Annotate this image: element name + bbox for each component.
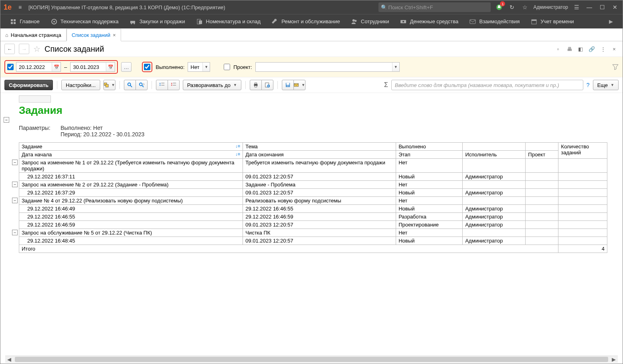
period-checkbox[interactable] bbox=[7, 64, 14, 70]
link-icon[interactable]: 🔗 bbox=[587, 44, 596, 53]
toolbar: Сформировать Настройки... ▼ Разворачиват… bbox=[0, 77, 623, 93]
done-dropdown-icon[interactable]: ▼ bbox=[202, 63, 210, 71]
more-button[interactable]: Еще▼ bbox=[593, 80, 619, 90]
expand-groups-button[interactable] bbox=[168, 80, 180, 90]
save-icon[interactable]: ▫ bbox=[554, 44, 562, 53]
user-label[interactable]: Администратор bbox=[533, 4, 568, 10]
group-task[interactable]: −Запрос на изменение № 1 от 29.12.22 (Тр… bbox=[19, 159, 243, 173]
group-task[interactable]: −Запрос на изменение № 2 от 29.12.22 (За… bbox=[19, 181, 243, 189]
group-done: Нет bbox=[396, 159, 463, 173]
svg-point-13 bbox=[355, 20, 357, 22]
scroll-left-icon[interactable]: ◀ bbox=[5, 356, 13, 363]
nav-interactions[interactable]: Взаимодействия bbox=[464, 14, 525, 29]
done-value-input[interactable] bbox=[188, 63, 202, 71]
new-window-icon[interactable]: ◧ bbox=[576, 44, 585, 53]
collapse-groups-button[interactable] bbox=[156, 80, 168, 90]
filter-funnel-icon[interactable] bbox=[612, 64, 619, 70]
col-end[interactable]: Дата окончания bbox=[243, 151, 396, 159]
project-checkbox[interactable] bbox=[224, 64, 230, 70]
sigma-icon[interactable]: Σ bbox=[384, 81, 388, 89]
calendar-from-icon[interactable]: 📅 bbox=[52, 63, 61, 71]
close-page-icon[interactable]: × bbox=[610, 44, 619, 53]
tree-toggle-root[interactable]: − bbox=[4, 117, 9, 123]
hamburger-icon[interactable]: ≡ bbox=[16, 3, 24, 12]
col-project[interactable]: Проект bbox=[526, 151, 558, 159]
tree-toggle-icon[interactable]: − bbox=[12, 182, 18, 187]
calendar-to-icon[interactable]: 📅 bbox=[106, 63, 115, 71]
find-back-button[interactable] bbox=[136, 80, 148, 90]
row-stage: Разработка bbox=[396, 213, 463, 221]
tree-toggle-icon[interactable]: − bbox=[12, 230, 18, 235]
group-done: Нет bbox=[396, 181, 463, 189]
settings-button[interactable]: Настройки... bbox=[61, 80, 100, 90]
report-area[interactable]: − Задания Параметры: Выполнено: Нет Пери… bbox=[0, 93, 623, 356]
favorite-star-icon[interactable]: ☆ bbox=[33, 44, 40, 54]
group-done: Нет bbox=[396, 229, 463, 237]
row-end: 09.01.2023 12:20:57 bbox=[243, 189, 396, 197]
save-report-button[interactable] bbox=[282, 80, 294, 90]
tree-toggle-icon[interactable]: − bbox=[12, 198, 18, 203]
col-task[interactable]: Задание↓≡ bbox=[19, 143, 243, 151]
col-count[interactable]: Количество заданий bbox=[558, 143, 607, 159]
send-report-button[interactable]: ▼ bbox=[293, 80, 305, 90]
done-combo: ▼ bbox=[188, 62, 210, 72]
svg-rect-26 bbox=[160, 85, 161, 86]
nav-timetracking[interactable]: Учет времени bbox=[525, 14, 579, 29]
nav-money[interactable]: Денежные средства bbox=[394, 14, 464, 29]
nav-employees[interactable]: Сотрудники bbox=[346, 14, 394, 29]
col-done[interactable]: Выполнено bbox=[396, 143, 463, 151]
tab-start-page[interactable]: ⌂ Начальная страница bbox=[0, 28, 67, 41]
project-input[interactable] bbox=[256, 63, 392, 71]
find-button[interactable] bbox=[124, 80, 136, 90]
date-to-input[interactable] bbox=[71, 63, 106, 71]
scrollbar-thumb[interactable] bbox=[15, 357, 608, 362]
minimize-button[interactable]: — bbox=[585, 3, 594, 12]
word-filter-input[interactable] bbox=[391, 80, 583, 90]
nav-repair[interactable]: Ремонт и обслуживание bbox=[266, 14, 346, 29]
nav-nomenclature[interactable]: Номенклатура и склад bbox=[191, 14, 266, 29]
nav-scroll-right-icon[interactable]: ▶ bbox=[603, 14, 619, 29]
panel-toggle-icon[interactable]: ☰ bbox=[572, 3, 581, 12]
col-start[interactable]: Дата начала↓≡ bbox=[19, 151, 243, 159]
col-topic[interactable]: Тема bbox=[243, 143, 396, 151]
back-button[interactable]: ← bbox=[4, 44, 15, 54]
kebab-menu-icon[interactable]: ⋮ bbox=[599, 44, 607, 53]
tree-toggle-icon[interactable]: − bbox=[12, 160, 18, 165]
help-icon[interactable]: ? bbox=[587, 82, 590, 88]
horizontal-scrollbar[interactable]: ◀ ▶ bbox=[5, 356, 618, 363]
date-from-input[interactable] bbox=[16, 63, 52, 71]
print-button[interactable] bbox=[250, 80, 262, 90]
notification-badge: 1 bbox=[500, 1, 505, 6]
favorites-star-icon[interactable]: ☆ bbox=[520, 3, 529, 12]
row-project bbox=[526, 213, 558, 221]
nav-purchases[interactable]: Закупки и продажи bbox=[124, 14, 191, 29]
row-executor: Администратор bbox=[463, 173, 526, 181]
generate-button[interactable]: Сформировать bbox=[4, 80, 53, 90]
history-icon[interactable]: ↻ bbox=[508, 3, 516, 12]
print-icon[interactable]: 🖶 bbox=[565, 44, 574, 53]
forward-button[interactable]: → bbox=[19, 44, 29, 54]
col-stage[interactable]: Этап bbox=[396, 151, 463, 159]
tab-close-icon[interactable]: × bbox=[113, 32, 116, 38]
print-preview-button[interactable] bbox=[261, 80, 273, 90]
maximize-button[interactable]: ☐ bbox=[598, 3, 607, 12]
nav-support[interactable]: Техническая поддержка bbox=[45, 14, 124, 29]
search-icon: 🔍 bbox=[381, 4, 387, 10]
period-picker-button[interactable]: … bbox=[121, 62, 131, 72]
col-executor[interactable]: Исполнитель bbox=[463, 151, 526, 159]
notifications-bell-icon[interactable]: 1 bbox=[495, 3, 504, 12]
nav-home[interactable]: Главное bbox=[4, 14, 45, 29]
svg-point-21 bbox=[127, 83, 130, 86]
settings-variants-button[interactable]: ▼ bbox=[103, 80, 115, 90]
project-dropdown-icon[interactable]: ▼ bbox=[392, 63, 399, 71]
group-task[interactable]: −Запрос на обслуживание № 5 от 29.12.22 … bbox=[19, 229, 243, 237]
scroll-right-icon[interactable]: ▶ bbox=[610, 356, 618, 363]
global-search-input[interactable] bbox=[378, 2, 491, 12]
row-stage: Проектирование bbox=[396, 221, 463, 229]
close-button[interactable]: ✕ bbox=[611, 3, 619, 12]
group-task[interactable]: −Задание № 4 от 29.12.22 (Реализовать но… bbox=[19, 197, 243, 205]
row-stage: Новый bbox=[396, 205, 463, 213]
done-checkbox[interactable] bbox=[144, 64, 150, 70]
tab-task-list[interactable]: Список заданий × bbox=[67, 29, 121, 41]
expand-to-button[interactable]: Разворачивать до▼ bbox=[183, 80, 241, 90]
